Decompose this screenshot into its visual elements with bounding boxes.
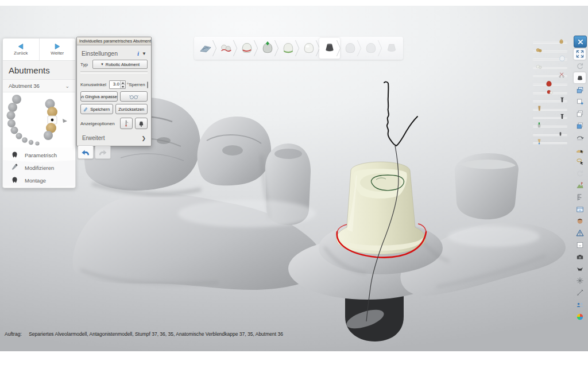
slider-thumb[interactable] xyxy=(558,71,566,79)
workflow-step-export[interactable] xyxy=(381,38,402,59)
workflow-toolbar xyxy=(194,37,403,60)
collaboration-button[interactable] xyxy=(574,300,586,311)
screenshot-button[interactable] xyxy=(574,240,586,251)
flip-object-button[interactable] xyxy=(574,132,586,143)
measure-button[interactable] xyxy=(574,288,586,298)
patient-face-button[interactable] xyxy=(574,216,586,227)
cone-angle-spinner[interactable]: 3.0 xyxy=(109,80,126,89)
slider-teeth-white-icon xyxy=(535,63,543,71)
mountain-flag-icon xyxy=(575,181,585,190)
slider-thumb[interactable] xyxy=(536,138,544,146)
settings-group-header[interactable]: Einstellungen i ▼ xyxy=(80,48,148,60)
slider-thumb[interactable] xyxy=(545,80,553,88)
slider-thumb[interactable] xyxy=(535,63,543,71)
tooth-arch-selector[interactable] xyxy=(3,92,74,148)
copy-layers-button[interactable] xyxy=(574,84,586,95)
workflow-step-scanbody[interactable] xyxy=(257,38,278,59)
abutment-select[interactable]: Abutment 36 ⌄ xyxy=(3,80,75,92)
cone-angle-value: 3.0 xyxy=(110,81,120,88)
workflow-step-margin[interactable] xyxy=(237,38,257,59)
freehand-curve[interactable] xyxy=(384,82,417,146)
print-model-button[interactable] xyxy=(574,204,586,215)
slider-thumb[interactable] xyxy=(558,55,566,63)
opacity-slider[interactable] xyxy=(533,138,571,147)
duplicate-button[interactable] xyxy=(574,108,586,119)
opacity-slider[interactable] xyxy=(533,96,571,105)
redo-button[interactable] xyxy=(95,145,111,159)
slider-thumb[interactable] xyxy=(558,96,566,104)
workflow-step-segmentation[interactable] xyxy=(216,38,237,59)
opacity-slider[interactable] xyxy=(533,88,571,97)
workflow-step-anatomy[interactable] xyxy=(299,38,319,59)
reset-button[interactable]: Zurücksetzen xyxy=(115,104,148,114)
abutment-type-dropdown[interactable]: ▼ Robotic Abutment xyxy=(92,60,148,69)
status-text: Separiertes Alveolarmodell, Antagonisten… xyxy=(29,331,283,337)
slider-thumb[interactable] xyxy=(535,46,543,55)
save-icon xyxy=(83,107,88,112)
fit-view-button[interactable] xyxy=(574,49,586,60)
rotate-view-button[interactable] xyxy=(574,61,586,72)
color-wheel-button[interactable] xyxy=(574,311,586,322)
show-axis-toggle[interactable] xyxy=(120,118,133,129)
back-button[interactable]: Zurück xyxy=(3,38,39,60)
workflow-step-abutment[interactable] xyxy=(319,38,340,59)
slider-thumb[interactable] xyxy=(536,122,544,130)
undo-button[interactable] xyxy=(78,145,94,159)
opacity-slider[interactable] xyxy=(533,105,571,114)
workflow-step-scan[interactable] xyxy=(195,38,216,59)
measure-icon xyxy=(575,288,585,297)
opacity-slider[interactable] xyxy=(533,55,571,63)
close-button[interactable] xyxy=(574,36,587,48)
add-layer-button[interactable] xyxy=(574,96,586,107)
warning-button[interactable] xyxy=(574,228,586,239)
slider-thumb[interactable] xyxy=(558,38,566,46)
status-label: Auftrag: xyxy=(5,331,22,337)
slider-thumb[interactable] xyxy=(546,88,554,96)
opacity-slider[interactable] xyxy=(533,46,571,55)
opacity-slider[interactable] xyxy=(533,71,571,80)
opacity-slider[interactable] xyxy=(533,63,571,72)
sidebar-mode-parametrisch[interactable]: Parametrisch xyxy=(3,148,75,162)
warning-icon xyxy=(575,228,585,238)
camera-button[interactable] xyxy=(574,251,586,262)
spin-up-button[interactable] xyxy=(121,81,125,85)
wings-button[interactable] xyxy=(574,263,586,274)
slider-thumb[interactable] xyxy=(536,105,544,113)
reset-label: Zurücksetzen xyxy=(118,107,144,112)
lasso-select-button[interactable] xyxy=(574,156,586,167)
show-restoration-button[interactable] xyxy=(574,72,586,83)
mode-label: Parametrisch xyxy=(25,152,57,158)
lock-label: Sperren xyxy=(129,82,145,87)
opacity-slider[interactable] xyxy=(533,130,571,139)
paste-layer-button[interactable] xyxy=(574,121,586,131)
advanced-label: Erweitert xyxy=(82,135,105,141)
collapse-chevron-icon[interactable]: ▼ xyxy=(142,51,146,56)
next-button[interactable]: Weiter xyxy=(39,38,76,60)
slider-thumb[interactable] xyxy=(558,113,566,121)
abutment-dialog: Individuelles parametrisches Abutment Ei… xyxy=(76,37,152,146)
mountain-flag-button[interactable] xyxy=(574,180,586,191)
dialog-title[interactable]: Individuelles parametrisches Abutment xyxy=(77,37,151,45)
lock-checkbox[interactable] xyxy=(147,81,148,88)
caliper-button[interactable] xyxy=(574,192,586,203)
axis-cross-button[interactable] xyxy=(574,275,586,286)
opacity-slider[interactable] xyxy=(533,122,571,130)
sync-button[interactable] xyxy=(574,168,586,179)
show-implant-toggle[interactable] xyxy=(135,118,148,129)
copy-layers-icon xyxy=(575,86,585,95)
info-icon[interactable]: i xyxy=(137,51,139,57)
mirror-view-button[interactable] xyxy=(120,91,148,102)
slider-thumb[interactable] xyxy=(556,130,564,138)
workflow-step-crown[interactable] xyxy=(340,38,361,59)
adapt-gingiva-button[interactable]: An Gingiva anpassen xyxy=(80,91,118,102)
terrain-cursor-button[interactable] xyxy=(574,144,586,155)
save-button[interactable]: Speichern xyxy=(80,104,113,114)
opacity-slider[interactable] xyxy=(533,113,571,122)
advanced-section-toggle[interactable]: Erweitert ❯ xyxy=(80,131,148,142)
spin-down-button[interactable] xyxy=(121,85,125,88)
caliper-icon xyxy=(575,193,585,202)
workflow-step-gingiva[interactable] xyxy=(278,38,299,59)
opacity-slider[interactable] xyxy=(533,38,571,46)
opacity-slider[interactable] xyxy=(533,80,571,88)
workflow-step-finish[interactable] xyxy=(361,38,381,59)
